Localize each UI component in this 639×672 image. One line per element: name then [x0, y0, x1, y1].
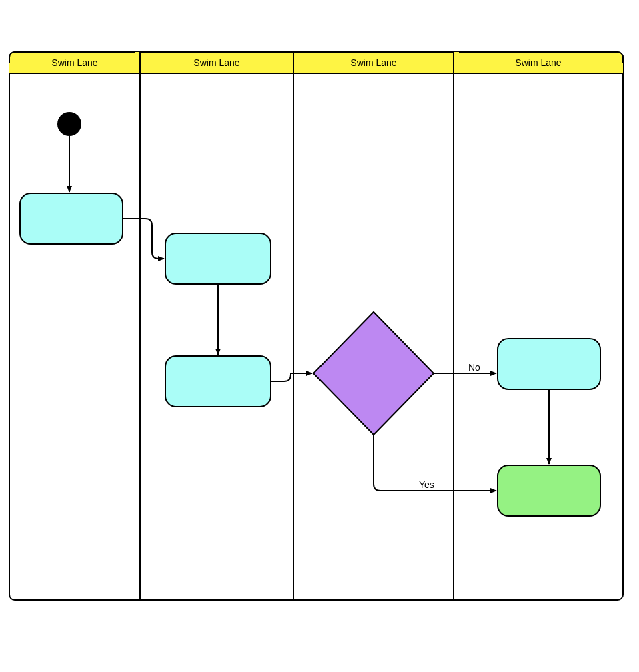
- svg-rect-3: [454, 52, 459, 73]
- start-node: [57, 112, 81, 136]
- lane-label-2: Swim Lane: [193, 57, 239, 68]
- pool-border: [9, 52, 623, 600]
- edge-decision-yes: [374, 435, 496, 491]
- svg-rect-1: [135, 52, 140, 73]
- activity-1: [20, 193, 123, 244]
- edge-yes-label: Yes: [419, 479, 434, 490]
- decision-node: [313, 312, 434, 435]
- lane-label-4: Swim Lane: [515, 57, 561, 68]
- activity-2: [165, 233, 271, 284]
- lane-label-1: Swim Lane: [51, 57, 97, 68]
- edge-a3-to-decision: [271, 373, 312, 381]
- activity-3: [165, 356, 271, 407]
- swimlane-diagram: Swim Lane Swim Lane Swim Lane Swim Lane …: [0, 0, 639, 672]
- edge-a1-to-a2: [123, 219, 164, 259]
- edge-no-label: No: [468, 362, 480, 373]
- lane-label-3: Swim Lane: [350, 57, 396, 68]
- terminal-node: [498, 465, 600, 516]
- activity-4: [498, 339, 600, 389]
